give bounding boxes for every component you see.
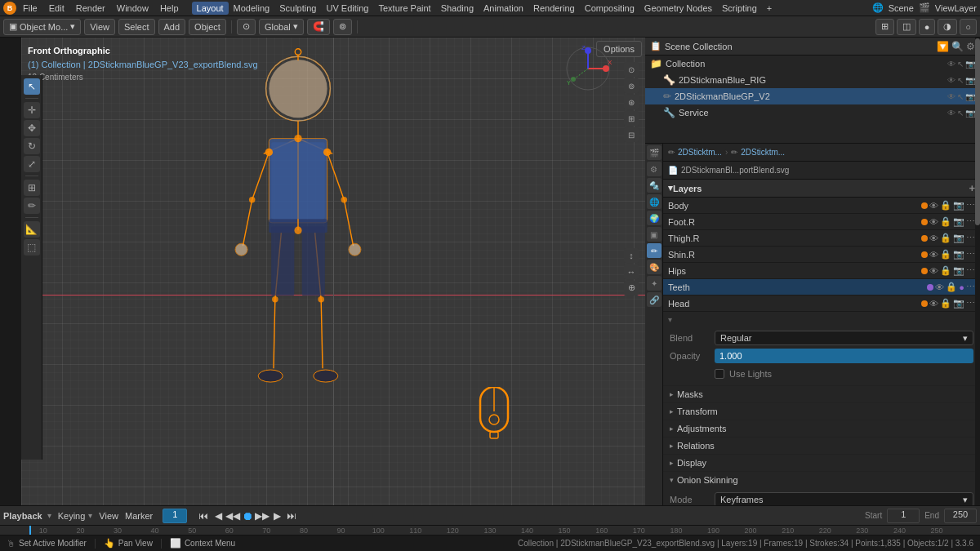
workspace-tab-animation[interactable]: Animation (479, 2, 528, 15)
relations-header[interactable]: ▸ Relations (663, 438, 980, 454)
layer-row-head[interactable]: Head 👁 🔒 📷 ⋯ (663, 295, 980, 312)
mode-selector[interactable]: ▣ Object Mo... ▾ (3, 19, 81, 35)
viewport-shading-material[interactable]: ◑ (938, 19, 957, 35)
workspace-tab-shading[interactable]: Shading (436, 2, 479, 15)
view-nav-3[interactable]: ⊕ (624, 281, 639, 295)
rig-cursor-icon[interactable]: ↖ (957, 76, 964, 85)
layer-purple-btn-teeth[interactable]: ● (959, 282, 964, 292)
prop-view-layer-icon-btn[interactable]: 🔩 (647, 178, 662, 193)
workspace-tab-geometry[interactable]: Geometry Nodes (639, 2, 717, 15)
outliner-item-service[interactable]: 🔧 Service 👁 ↖ 📷 (645, 104, 980, 121)
transform-header[interactable]: ▸ Transform (663, 403, 980, 420)
outliner-settings-icon[interactable]: ⚙ (966, 41, 975, 52)
layers-expand-row[interactable]: ▾ (663, 312, 980, 327)
layers-add-btn[interactable]: + (969, 182, 975, 194)
layer-render-footr[interactable]: 📷 (953, 216, 964, 227)
tool-cursor[interactable]: ✛ (24, 102, 40, 118)
layer-render-shinr[interactable]: 📷 (953, 249, 964, 260)
object-menu[interactable]: Object (189, 19, 226, 35)
workspace-tab-layout[interactable]: Layout (192, 2, 229, 15)
outliner-search-icon[interactable]: 🔍 (951, 41, 964, 52)
tool-rotate[interactable]: ↻ (24, 138, 40, 154)
viewport-tool-1[interactable]: ⊙ (624, 62, 639, 77)
eye-icon[interactable]: 👁 (947, 60, 956, 69)
opacity-value[interactable]: 1.000 (715, 349, 973, 363)
outliner-filter-icon[interactable]: 🔽 (937, 41, 949, 52)
prop-physics-icon-btn[interactable]: 🔗 (647, 292, 662, 307)
tool-move[interactable]: ✥ (24, 120, 40, 136)
layer-eye-head[interactable]: 👁 (929, 299, 938, 309)
layer-lock-teeth[interactable]: 🔒 (946, 282, 957, 292)
menu-window[interactable]: Window (112, 2, 154, 15)
layer-lock-thighr[interactable]: 🔒 (940, 233, 951, 243)
layer-more-body[interactable]: ⋯ (966, 200, 975, 211)
onion-mode-value[interactable]: Keyframes ▾ (715, 492, 973, 505)
jump-end-btn[interactable]: ⏭ (285, 509, 298, 522)
tool-transform[interactable]: ⊞ (24, 180, 40, 196)
menu-help[interactable]: Help (155, 2, 184, 15)
viewport-tool-5[interactable]: ⊟ (624, 127, 639, 142)
adjustments-header[interactable]: ▸ Adjustments (663, 420, 980, 437)
viewport-tool-4[interactable]: ⊞ (624, 111, 639, 126)
layer-render-head[interactable]: 📷 (953, 298, 964, 309)
prop-scene-icon-btn[interactable]: 🌐 (647, 194, 662, 209)
step-back-btn[interactable]: ◀ (212, 509, 225, 522)
prop-render-icon-btn[interactable]: 🎬 (647, 145, 662, 160)
layer-row-thighr[interactable]: Thigh.R 👁 🔒 📷 ⋯ (663, 230, 980, 247)
layer-lock-footr[interactable]: 🔒 (940, 216, 951, 227)
proportional-edit[interactable]: ⊚ (333, 19, 352, 35)
workspace-tab-texture[interactable]: Texture Paint (373, 2, 435, 15)
breadcrumb-item-1[interactable]: 2DSticktm... (678, 148, 722, 157)
layer-row-footr[interactable]: Foot.R 👁 🔒 📷 ⋯ (663, 214, 980, 230)
viewport-tool-3[interactable]: ⊛ (624, 95, 639, 109)
viewport-shading-render[interactable]: ○ (960, 19, 977, 35)
tool-scale[interactable]: ⤢ (24, 156, 40, 172)
marker-label[interactable]: Marker (125, 511, 153, 521)
breadcrumb-item-2[interactable]: 2DSticktm... (741, 148, 785, 157)
timeline-ruler[interactable]: 10 20 30 40 50 60 70 80 90 100 110 120 1… (0, 526, 980, 535)
layer-row-hips[interactable]: Hips 👁 🔒 📷 ⋯ (663, 263, 980, 279)
prop-object-icon-btn[interactable]: ▣ (647, 227, 662, 242)
layer-eye-body[interactable]: 👁 (929, 201, 938, 211)
jump-start-btn[interactable]: ⏮ (197, 509, 210, 522)
view-menu[interactable]: View (84, 19, 115, 35)
workspace-tab-scripting[interactable]: Scripting (717, 2, 762, 15)
menu-render[interactable]: Render (71, 2, 110, 15)
layer-more-head[interactable]: ⋯ (966, 298, 975, 309)
keying-label[interactable]: Keying (58, 511, 86, 521)
layer-render-thighr[interactable]: 📷 (953, 233, 964, 243)
render-icon[interactable]: 📷 (965, 60, 975, 69)
layer-row-teeth[interactable]: Teeth 👁 🔒 ● ⋯ (663, 279, 980, 295)
layer-more-shinr[interactable]: ⋯ (966, 249, 975, 260)
workspace-tab-sculpting[interactable]: Sculpting (274, 2, 321, 15)
workspace-tab-compositing[interactable]: Compositing (580, 2, 639, 15)
workspace-tab-rendering[interactable]: Rendering (528, 2, 580, 15)
view-nav-2[interactable]: ↔ (624, 264, 639, 279)
workspace-tab-modeling[interactable]: Modeling (229, 2, 275, 15)
layer-more-footr[interactable]: ⋯ (966, 216, 975, 227)
layers-expand-icon[interactable]: ▾ (668, 315, 672, 324)
viewport-shading-solid[interactable]: ● (919, 19, 936, 35)
play-btn[interactable]: ▶▶ (256, 509, 269, 522)
playback-label[interactable]: Playback (3, 511, 42, 521)
layer-more-teeth[interactable]: ⋯ (966, 282, 975, 292)
layer-eye-shinr[interactable]: 👁 (929, 250, 938, 260)
blend-value[interactable]: Regular ▾ (715, 331, 973, 345)
outliner-item-rig[interactable]: 🦴 2DStickmanBlue_RIG 👁 ↖ 📷 (645, 72, 980, 88)
current-frame-input[interactable]: 1 (163, 509, 187, 523)
onion-header[interactable]: ▾ Onion Skinning (663, 472, 980, 488)
prop-data-icon-btn[interactable]: ✏ (647, 243, 662, 258)
xray-toggle[interactable]: ◫ (897, 19, 916, 35)
prop-world-icon-btn[interactable]: 🌍 (647, 211, 662, 225)
rig-eye-icon[interactable]: 👁 (947, 76, 956, 85)
use-lights-checkbox[interactable] (715, 369, 724, 379)
add-menu[interactable]: Add (158, 19, 186, 35)
play-reverse-btn[interactable]: ◀◀ (226, 509, 239, 522)
layer-eye-hips[interactable]: 👁 (929, 266, 938, 276)
layer-more-thighr[interactable]: ⋯ (966, 233, 975, 243)
view-nav-1[interactable]: ↕ (624, 248, 639, 263)
outliner-item-gp[interactable]: ✏ 2DStickmanBlueGP_V2 👁 ↖ 📷 (645, 88, 980, 104)
global-transform[interactable]: Global ▾ (259, 19, 304, 35)
timeline-view-label[interactable]: View (99, 511, 118, 521)
select-menu[interactable]: Select (118, 19, 155, 35)
